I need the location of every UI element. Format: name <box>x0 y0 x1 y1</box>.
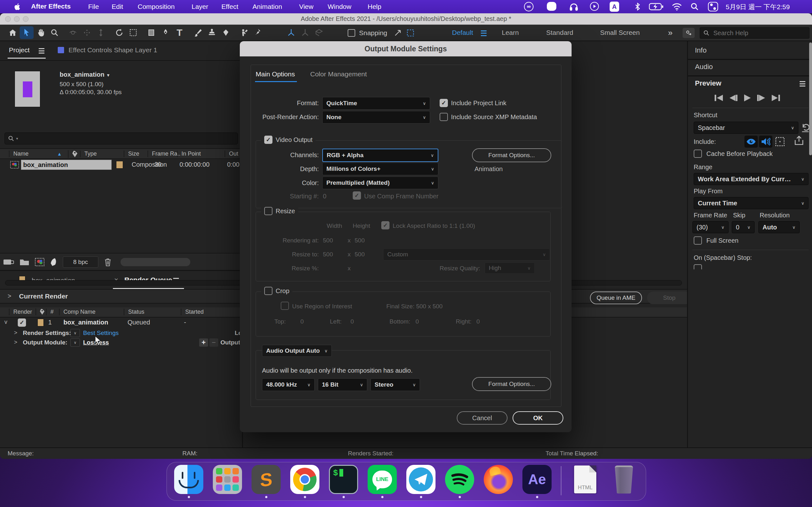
play-button[interactable] <box>743 94 751 102</box>
starting-number-value[interactable]: 0 <box>323 193 326 200</box>
project-hscrollbar[interactable] <box>120 258 190 266</box>
workspace-learn[interactable]: Learn <box>502 29 519 37</box>
menu-animation[interactable]: Animation <box>252 3 282 10</box>
project-panel-menu[interactable] <box>39 48 44 55</box>
new-composition-icon[interactable] <box>35 258 44 266</box>
format-dropdown[interactable]: QuickTime ∨ <box>322 97 430 110</box>
dock-chrome[interactable] <box>290 462 320 500</box>
share-icon[interactable] <box>794 135 804 146</box>
clone-stamp-tool[interactable] <box>205 26 219 39</box>
brush-tool[interactable] <box>191 26 205 39</box>
tab-main-options[interactable]: Main Options <box>256 70 295 78</box>
dock-after-effects[interactable]: Ae <box>522 462 552 500</box>
panel-info[interactable]: Info <box>695 46 707 55</box>
delete-icon[interactable] <box>104 258 112 267</box>
headphones-icon[interactable] <box>569 2 578 11</box>
col-type[interactable]: Type <box>80 151 97 157</box>
menu-help[interactable]: Help <box>368 3 381 10</box>
col-frame-rate[interactable]: Frame Ra.. <box>148 151 181 157</box>
rq-col-comp-name[interactable]: Comp Name <box>59 308 96 315</box>
snap-arrow-icon[interactable] <box>391 26 405 39</box>
rq-col-status[interactable]: Status <box>124 308 144 315</box>
stop-button[interactable]: Stop <box>647 291 692 304</box>
project-table-row[interactable]: box_animation Composition 30 0:00:00:00 … <box>0 159 242 171</box>
menu-edit[interactable]: Edit <box>112 3 123 10</box>
label-column-icon[interactable] <box>68 150 78 158</box>
resize-to-width[interactable]: 500 <box>323 251 333 258</box>
menu-view[interactable]: View <box>299 3 313 10</box>
local-axis-icon[interactable] <box>284 26 298 39</box>
workspace-default-menu[interactable] <box>481 31 487 38</box>
audio-channels-dropdown[interactable]: Stereo ∨ <box>370 378 420 391</box>
menu-effect[interactable]: Effect <box>221 3 238 10</box>
dialog-title-bar[interactable]: Output Module Settings <box>240 41 571 56</box>
snapping-checkbox[interactable] <box>348 29 355 37</box>
reset-icon[interactable] <box>801 123 810 132</box>
orbit-camera-tool[interactable] <box>66 26 80 39</box>
crop-top-value[interactable]: 0 <box>300 318 304 325</box>
channels-dropdown[interactable]: RGB + Alpha ∨ <box>322 149 438 162</box>
play-status-icon[interactable] <box>590 2 599 11</box>
include-xmp-checkbox[interactable] <box>440 113 448 121</box>
pen-tool[interactable] <box>159 26 172 39</box>
tab-effect-controls[interactable]: Effect Controls Shape Layer 1 <box>68 46 157 54</box>
col-in-point[interactable]: In Point <box>177 151 201 157</box>
creative-cloud-icon[interactable]: ∞ <box>524 2 534 11</box>
menu-clock[interactable]: 5月9日 週一 下午2:59 <box>726 3 790 11</box>
dock-html-file[interactable]: HTML <box>570 462 600 500</box>
dock-sublime-text[interactable]: S <box>251 462 281 500</box>
shortcut-dropdown[interactable]: Spacebar ∨ <box>694 122 798 134</box>
video-output-checkbox[interactable]: ✓ <box>264 135 272 144</box>
resize-quality-dropdown[interactable]: High ∨ <box>485 262 535 274</box>
control-center-icon[interactable] <box>708 2 718 11</box>
interpret-footage-icon[interactable] <box>3 258 14 266</box>
om-chevron[interactable]: > <box>14 339 17 346</box>
dolly-camera-tool[interactable] <box>94 26 108 39</box>
rq-col-render[interactable]: Render <box>9 308 32 315</box>
om-add-button[interactable]: + <box>199 338 208 347</box>
view-axis-icon[interactable] <box>312 26 326 39</box>
depth-dropdown[interactable]: Millions of Colors+ ∨ <box>322 163 438 175</box>
line-status-icon[interactable] <box>547 2 556 11</box>
ok-button[interactable]: OK <box>513 411 563 425</box>
pan-camera-tool[interactable] <box>80 26 94 39</box>
eraser-tool[interactable] <box>219 26 233 39</box>
audio-depth-dropdown[interactable]: 16 Bit ∨ <box>318 378 367 391</box>
resolution-dropdown[interactable]: Auto ∨ <box>758 221 800 233</box>
type-tool[interactable]: T <box>172 26 187 39</box>
include-project-link-checkbox[interactable]: ✓ <box>440 99 448 107</box>
rq-row-label-color[interactable] <box>38 319 44 326</box>
tab-color-management[interactable]: Color Management <box>310 70 367 78</box>
row-name-selected[interactable]: box_animation <box>21 160 112 170</box>
world-axis-icon[interactable] <box>298 26 312 39</box>
rs-dropdown[interactable]: ∨ <box>70 329 80 337</box>
video-format-options-button[interactable]: Format Options... <box>472 148 551 162</box>
include-audio-button[interactable] <box>759 135 772 148</box>
dock-telegram[interactable] <box>406 462 436 500</box>
item-caret-icon[interactable]: ▼ <box>106 73 110 78</box>
om-dropdown[interactable]: ∨ <box>70 338 80 347</box>
first-frame-button[interactable] <box>714 94 723 102</box>
workspace-small-screen[interactable]: Small Screen <box>600 29 640 37</box>
new-folder-icon[interactable] <box>20 258 29 266</box>
post-render-dropdown[interactable]: None ∨ <box>322 111 430 124</box>
include-video-button[interactable] <box>745 135 758 148</box>
menu-app-name[interactable]: After Effects <box>31 3 71 10</box>
crop-right-value[interactable]: 0 <box>476 318 480 325</box>
skip-dropdown[interactable]: 0 ∨ <box>732 221 755 233</box>
audio-rate-dropdown[interactable]: 48.000 kHz ∨ <box>262 378 315 391</box>
resize-preset-dropdown[interactable]: Custom ∨ <box>383 248 550 261</box>
resize-to-height[interactable]: 500 <box>355 251 365 258</box>
frame-rate-dropdown[interactable]: (30) ∨ <box>693 221 728 233</box>
panel-preview[interactable]: Preview <box>695 79 721 88</box>
resize-checkbox[interactable] <box>264 207 272 215</box>
dock-trash[interactable] <box>609 462 639 500</box>
sort-asc-icon[interactable]: ▲ <box>57 151 62 157</box>
dock-firefox[interactable] <box>484 462 513 500</box>
rq-row-checkbox[interactable]: ✓ <box>18 319 26 327</box>
wifi-icon[interactable] <box>672 2 682 11</box>
next-frame-button[interactable] <box>757 94 766 102</box>
use-comp-frame-checkbox[interactable]: ✓ <box>353 191 361 200</box>
clipped-checkbox[interactable] <box>694 264 702 269</box>
workspace-overflow[interactable]: » <box>668 28 672 38</box>
